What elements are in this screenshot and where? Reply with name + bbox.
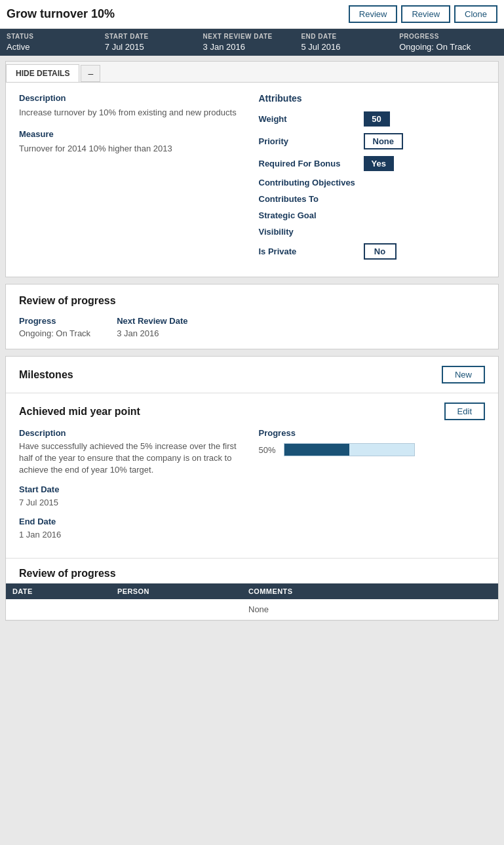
progress-percent: 50%: [259, 445, 279, 455]
new-milestone-button[interactable]: New: [442, 366, 485, 383]
review-next-review-label: Next Review Date: [117, 316, 187, 326]
review-progress-value: Ongoing: On Track: [19, 328, 90, 338]
is-private-value: No: [364, 243, 397, 260]
milestone-body: Description Have successfully achieved t…: [19, 428, 485, 549]
milestone-item-title: Achieved mid year point: [19, 406, 140, 418]
status-label: Status: [7, 33, 105, 40]
status-bar: Status Active Start Date 7 Jul 2015 Next…: [0, 29, 504, 56]
details-body: Description Increase turnover by 10% fro…: [6, 83, 498, 277]
weight-row: Weight 50: [259, 111, 486, 127]
review-progress-card: Review of progress Progress Ongoing: On …: [5, 284, 499, 349]
progress-col: Progress Ongoing: On Track: [399, 33, 497, 52]
review-progress-col: Progress Ongoing: On Track: [19, 316, 90, 338]
milestone-end-label: End Date: [19, 517, 246, 526]
attributes-title: Attributes: [259, 93, 486, 104]
strategic-goal-label: Strategic Goal: [259, 210, 364, 220]
progress-value: Ongoing: On Track: [399, 42, 497, 52]
milestones-header: Milestones New: [6, 357, 498, 393]
milestone-item-header: Achieved mid year point Edit: [19, 403, 485, 420]
end-date-value: 5 Jul 2016: [301, 42, 399, 52]
start-date-value: 7 Jul 2015: [105, 42, 203, 52]
description-text: Increase turnover by 10% from existing a…: [19, 107, 246, 119]
inner-review-header: Review of progress: [6, 559, 498, 583]
required-bonus-label: Required For Bonus: [259, 159, 364, 168]
contributes-to-label: Contributes To: [259, 194, 364, 204]
end-date-col: End Date 5 Jul 2016: [301, 33, 399, 52]
progress-label-row: 50%: [259, 443, 486, 456]
table-header-row: DATE PERSON COMMENTS: [6, 583, 498, 599]
visibility-row: Visibility: [259, 227, 486, 237]
progress-label: Progress: [399, 33, 497, 40]
measure-text: Turnover for 2014 10% higher than 2013: [19, 143, 246, 155]
review-progress-title: Review of progress: [19, 295, 485, 307]
page-wrapper: Grow turnover 10% Review Review Clone St…: [0, 0, 504, 633]
strategic-goal-row: Strategic Goal: [259, 210, 486, 220]
minus-tab[interactable]: –: [81, 65, 100, 82]
visibility-label: Visibility: [259, 227, 364, 237]
review-next-review-value: 3 Jan 2016: [117, 328, 187, 338]
clone-button[interactable]: Clone: [454, 5, 497, 23]
contributes-to-row: Contributes To: [259, 194, 486, 204]
milestone-item: Achieved mid year point Edit Description…: [6, 393, 498, 558]
start-date-label: Start Date: [105, 33, 203, 40]
progress-bar-container: [284, 443, 415, 456]
milestone-desc-label: Description: [19, 428, 246, 438]
milestones-card: Milestones New Achieved mid year point E…: [5, 356, 499, 621]
start-date-col: Start Date 7 Jul 2015: [105, 33, 203, 52]
priority-row: Priority None: [259, 133, 486, 149]
content-area: HIDE DETAILS – Description Increase turn…: [0, 56, 504, 633]
header-buttons: Review Review Clone: [349, 5, 497, 23]
td-comments: None: [248, 604, 492, 614]
next-review-col: Next Review Date 3 Jan 2016: [203, 33, 301, 52]
weight-value: 50: [364, 111, 390, 127]
next-review-label: Next Review Date: [203, 33, 301, 40]
next-review-value: 3 Jan 2016: [203, 42, 301, 52]
review-grid: Progress Ongoing: On Track Next Review D…: [19, 316, 485, 338]
hide-details-tab[interactable]: HIDE DETAILS: [6, 64, 79, 82]
details-card: HIDE DETAILS – Description Increase turn…: [5, 61, 499, 277]
weight-label: Weight: [259, 114, 364, 124]
td-date: [12, 604, 117, 614]
end-date-label: End Date: [301, 33, 399, 40]
milestone-progress-label: Progress: [259, 428, 486, 438]
progress-bar-fill: [284, 444, 349, 456]
status-value: Active: [7, 42, 105, 52]
description-title: Description: [19, 93, 246, 103]
inner-review-progress: Review of progress DATE PERSON COMMENTS …: [6, 558, 498, 620]
milestone-start-label: Start Date: [19, 484, 246, 494]
contributing-obj-label: Contributing Objectives: [259, 178, 364, 187]
tabs-row: HIDE DETAILS –: [6, 62, 498, 83]
details-right: Attributes Weight 50 Priority None Requi…: [259, 93, 486, 266]
inner-review-title: Review of progress: [19, 568, 485, 580]
th-person: PERSON: [117, 587, 248, 595]
review-next-review-col: Next Review Date 3 Jan 2016: [117, 316, 187, 338]
required-bonus-value: Yes: [364, 156, 394, 171]
review-button-2[interactable]: Review: [401, 5, 450, 23]
th-comments: COMMENTS: [248, 587, 492, 595]
milestone-end-value: 1 Jan 2016: [19, 529, 246, 541]
page-title: Grow turnover 10%: [7, 7, 115, 21]
status-col: Status Active: [7, 33, 105, 52]
milestone-desc-value: Have successfully achieved the 5% increa…: [19, 441, 246, 477]
th-date: DATE: [12, 587, 117, 595]
td-person: [117, 604, 248, 614]
review-progress-label: Progress: [19, 316, 90, 326]
milestone-right: Progress 50%: [259, 428, 486, 549]
milestones-title: Milestones: [19, 369, 73, 381]
contributing-obj-row: Contributing Objectives: [259, 178, 486, 187]
measure-title: Measure: [19, 129, 246, 139]
required-bonus-row: Required For Bonus Yes: [259, 156, 486, 171]
page-header: Grow turnover 10% Review Review Clone: [0, 0, 504, 29]
milestone-left: Description Have successfully achieved t…: [19, 428, 246, 549]
details-left: Description Increase turnover by 10% fro…: [19, 93, 246, 266]
table-data-row: None: [6, 599, 498, 620]
review-button-1[interactable]: Review: [349, 5, 398, 23]
milestone-start-value: 7 Jul 2015: [19, 497, 246, 509]
is-private-label: Is Private: [259, 246, 364, 256]
is-private-row: Is Private No: [259, 243, 486, 260]
priority-label: Priority: [259, 136, 364, 146]
priority-value: None: [364, 133, 404, 149]
edit-milestone-button[interactable]: Edit: [444, 403, 485, 420]
